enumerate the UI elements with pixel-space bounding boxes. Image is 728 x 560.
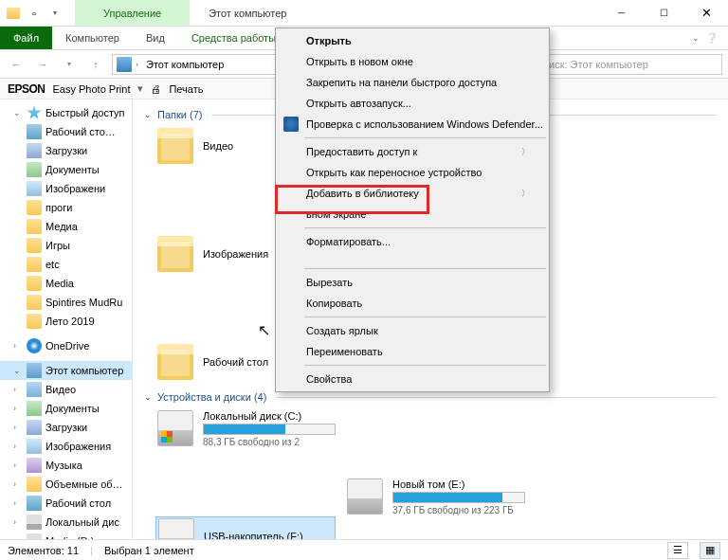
cm-hidden[interactable] [278, 252, 547, 265]
chevron-down-icon[interactable]: ⌄ [13, 108, 23, 117]
view-tab[interactable]: Вид [133, 27, 178, 49]
folder-icon [27, 219, 42, 234]
sidebar-item-videos[interactable]: Видео [46, 384, 76, 395]
chevron-down-icon[interactable]: ⌄ [13, 366, 23, 375]
breadcrumb[interactable]: Этот компьютер [142, 59, 228, 70]
epson-brand: EPSON [8, 82, 46, 96]
sidebar-item-music[interactable]: Музыка [46, 460, 82, 471]
qat-dropdown-icon[interactable]: ▾ [46, 4, 64, 23]
chevron-down-icon[interactable]: ⌄ [144, 110, 152, 119]
chevron-right-icon[interactable]: › [13, 442, 23, 451]
cm-defender-scan[interactable]: Проверка с использованием Windows Defend… [278, 114, 547, 135]
folder-icon [27, 496, 42, 511]
cm-cut[interactable]: Вырезать [278, 272, 547, 293]
chevron-right-icon[interactable]: › [13, 341, 23, 351]
folder-icon [157, 344, 193, 380]
navigation-tree[interactable]: ⌄Быстрый доступ Рабочий сто… Загрузки До… [0, 99, 133, 542]
up-button[interactable]: ↑ [85, 54, 106, 75]
ribbon-expand-icon[interactable]: ⌄ [692, 33, 700, 43]
sidebar-item[interactable]: Spintires MudRu [46, 297, 122, 308]
print-label[interactable]: Печать [169, 83, 203, 95]
folder-icon [157, 128, 193, 164]
status-selected: Выбран 1 элемент [104, 545, 194, 556]
sidebar-item[interactable]: Игры [46, 240, 70, 251]
computer-tab[interactable]: Компьютер [52, 27, 133, 49]
search-placeholder: Поиск: Этот компьютер [536, 59, 648, 70]
folder-icon [27, 181, 42, 196]
sidebar-item-downloads[interactable]: Загрузки [46, 145, 87, 156]
cm-pin-quick-access[interactable]: Закрепить на панели быстрого доступа [278, 72, 547, 93]
sidebar-item-images[interactable]: Изображения [46, 441, 111, 452]
cm-share-access[interactable]: Предоставить доступ к〉 [278, 141, 547, 162]
sidebar-item-3d[interactable]: Объемные об… [46, 479, 123, 490]
cm-open[interactable]: Открыть [278, 30, 547, 51]
details-view-button[interactable]: ☰ [667, 542, 688, 559]
sidebar-item-images[interactable]: Изображени [46, 183, 105, 194]
cm-create-shortcut[interactable]: Создать ярлык [278, 320, 547, 341]
sidebar-item[interactable]: Медиа [46, 221, 78, 232]
sidebar-item-documents[interactable]: Документы [46, 164, 100, 175]
cm-rename[interactable]: Переименовать [278, 341, 547, 362]
chevron-right-icon[interactable]: › [136, 60, 138, 69]
close-button[interactable]: ✕ [685, 0, 728, 26]
drive-e[interactable]: Новый том (E:) 37,6 ГБ свободно из 223 Г… [345, 477, 525, 516]
folder-icon [27, 143, 42, 158]
storage-bar [392, 492, 525, 503]
chevron-right-icon[interactable]: › [13, 423, 23, 432]
minimize-button[interactable]: ─ [600, 0, 643, 26]
chevron-right-icon[interactable]: › [13, 517, 23, 527]
sidebar-quick-access[interactable]: Быстрый доступ [46, 107, 125, 118]
sidebar-item[interactable]: Лето 2019 [46, 316, 95, 327]
sidebar-item[interactable]: etc [46, 259, 60, 270]
thispc-icon [27, 363, 42, 378]
folder-icon [27, 200, 42, 215]
drive-icon [347, 479, 383, 515]
print-icon[interactable]: 🖨 [151, 83, 161, 95]
recent-dropdown-icon[interactable]: ▾ [59, 54, 80, 75]
sidebar-item-downloads[interactable]: Загрузки [46, 422, 87, 433]
separator [304, 268, 546, 269]
cm-pin-start[interactable]: ьном экране [278, 204, 547, 225]
chevron-down-icon[interactable]: ⌄ [144, 392, 152, 402]
cm-open-new-window[interactable]: Открыть в новом окне [278, 51, 547, 72]
folder-icon [27, 382, 42, 397]
sidebar-thispc[interactable]: Этот компьютер [46, 365, 123, 376]
folder-icon [27, 295, 42, 310]
drive-icon [27, 515, 42, 530]
sidebar-item-documents[interactable]: Документы [46, 403, 100, 414]
chevron-right-icon[interactable]: › [13, 461, 23, 470]
folder-icon [27, 458, 42, 473]
cm-add-library[interactable]: Добавить в библиотеку〉 [278, 183, 547, 204]
help-icon[interactable]: ❔ [705, 32, 719, 45]
separator [304, 137, 546, 138]
chevron-right-icon[interactable]: › [13, 385, 23, 394]
separator [304, 227, 546, 228]
sidebar-item-drive-c[interactable]: Локальный дис [46, 516, 119, 528]
chevron-right-icon[interactable]: › [13, 404, 23, 413]
qat-properties-icon[interactable]: ▫ [25, 4, 44, 23]
folder-icon [27, 420, 42, 435]
sidebar-item-desktop[interactable]: Рабочий сто… [46, 126, 116, 137]
window-title: Этот компьютер [190, 0, 600, 26]
drive-c[interactable]: Локальный диск (C:) 88,3 ГБ свободно из … [155, 408, 336, 448]
chevron-right-icon[interactable]: › [13, 498, 23, 508]
sidebar-onedrive[interactable]: OneDrive [46, 340, 89, 352]
cm-copy[interactable]: Копировать [278, 293, 547, 314]
ribbon-contextual-tab[interactable]: Управление [75, 0, 190, 26]
sidebar-item-desktop[interactable]: Рабочий стол [46, 497, 111, 509]
file-tab[interactable]: Файл [0, 27, 52, 49]
forward-button[interactable]: → [32, 54, 53, 75]
cm-format[interactable]: Форматировать... [278, 231, 547, 252]
cm-properties[interactable]: Свойства [278, 369, 547, 389]
cm-open-portable[interactable]: Открыть как переносное устройство [278, 162, 547, 183]
context-menu[interactable]: Открыть Открыть в новом окне Закрепить н… [275, 27, 550, 392]
cm-autorun[interactable]: Открыть автозапуск... [278, 93, 547, 114]
back-button[interactable]: ← [6, 54, 27, 75]
group-drives[interactable]: ⌄Устройства и диски (4) [144, 391, 717, 403]
tiles-view-button[interactable]: ▦ [700, 542, 720, 559]
explorer-icon [4, 4, 23, 23]
maximize-button[interactable]: ☐ [643, 0, 685, 26]
sidebar-item[interactable]: проги [46, 202, 72, 213]
sidebar-item[interactable]: Media [46, 278, 74, 289]
chevron-right-icon[interactable]: › [13, 479, 23, 489]
